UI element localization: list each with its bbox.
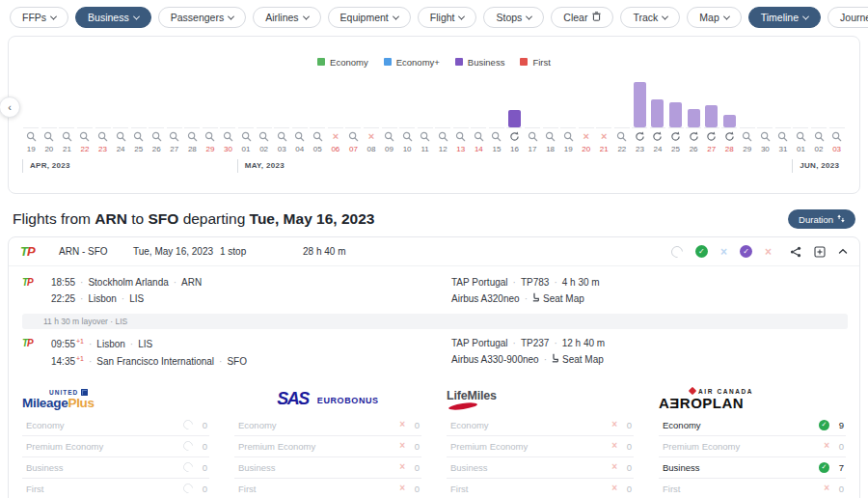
timeline-day-20[interactable]: ×20: [577, 77, 595, 153]
timeline-day-30[interactable]: 30: [219, 77, 237, 153]
search-icon[interactable]: [348, 129, 359, 143]
timeline-day-27[interactable]: 27: [702, 77, 720, 153]
search-icon[interactable]: [438, 129, 448, 143]
refresh-icon[interactable]: [706, 129, 717, 143]
no-results-icon[interactable]: ×: [368, 129, 374, 143]
filter-equipment-button[interactable]: Equipment: [328, 7, 411, 28]
search-icon[interactable]: [223, 129, 233, 143]
search-icon[interactable]: [116, 129, 126, 143]
timeline-day-07[interactable]: 07: [344, 77, 363, 153]
refresh-icon[interactable]: [670, 129, 681, 143]
search-icon[interactable]: [169, 129, 179, 143]
timeline-day-23[interactable]: 23: [94, 77, 112, 153]
award-row-business[interactable]: Business✓7: [659, 457, 846, 479]
view-track-button[interactable]: Track: [620, 7, 680, 28]
search-icon[interactable]: [97, 129, 108, 143]
timeline-day-04[interactable]: 04: [290, 77, 309, 153]
search-icon[interactable]: [420, 129, 430, 143]
award-row-economy[interactable]: Economy×0: [234, 415, 421, 436]
clear-filters-button[interactable]: Clear: [551, 7, 613, 28]
search-icon[interactable]: [616, 129, 627, 143]
timeline-day-08[interactable]: ×08: [363, 77, 381, 153]
timeline-day-03[interactable]: 03: [827, 77, 846, 153]
refresh-icon[interactable]: [724, 129, 735, 143]
refresh-icon[interactable]: [509, 129, 520, 143]
search-icon[interactable]: [258, 129, 269, 143]
search-icon[interactable]: [402, 129, 413, 143]
timeline-day-23[interactable]: 23: [631, 77, 649, 153]
timeline-day-29[interactable]: 29: [202, 77, 220, 153]
timeline-day-19[interactable]: 19: [559, 77, 578, 153]
award-row-economy[interactable]: Economy✓9: [659, 415, 846, 436]
refresh-icon[interactable]: [652, 129, 663, 143]
search-icon[interactable]: [831, 129, 842, 143]
timeline-day-13[interactable]: 13: [452, 77, 471, 153]
search-icon[interactable]: [384, 129, 394, 143]
search-icon[interactable]: [294, 129, 305, 143]
timeline-day-25[interactable]: 25: [129, 77, 148, 153]
timeline-day-10[interactable]: 10: [398, 77, 417, 153]
refresh-icon[interactable]: [689, 129, 699, 143]
timeline-day-12[interactable]: 12: [434, 77, 452, 153]
filter-stops-button[interactable]: Stops: [483, 7, 544, 28]
timeline-day-01[interactable]: 01: [237, 77, 256, 153]
timeline-day-21[interactable]: 21: [58, 77, 76, 153]
search-icon[interactable]: [545, 129, 556, 143]
award-row-first[interactable]: First0: [22, 479, 209, 498]
search-icon[interactable]: [760, 129, 771, 143]
award-row-premium-economy[interactable]: Premium Economy×0: [447, 436, 634, 457]
timeline-day-21[interactable]: ×21: [595, 77, 613, 153]
timeline-day-31[interactable]: 31: [774, 77, 793, 153]
search-icon[interactable]: [474, 129, 484, 143]
timeline-day-26[interactable]: 26: [685, 77, 703, 153]
search-icon[interactable]: [43, 129, 54, 143]
search-icon[interactable]: [62, 129, 72, 143]
timeline-day-24[interactable]: 24: [649, 77, 667, 153]
timeline-prev-button[interactable]: ‹: [0, 97, 20, 118]
timeline-day-02[interactable]: 02: [810, 77, 828, 153]
timeline-day-09[interactable]: 09: [380, 77, 398, 153]
timeline-day-02[interactable]: 02: [255, 77, 273, 153]
filter-ffps-button[interactable]: FFPs: [10, 7, 68, 28]
award-row-first[interactable]: First×0: [447, 479, 634, 498]
sort-duration-button[interactable]: Duration: [788, 209, 855, 229]
timeline-day-25[interactable]: 25: [666, 77, 685, 153]
search-icon[interactable]: [528, 129, 538, 143]
filter-flight-button[interactable]: Flight: [418, 7, 477, 28]
search-icon[interactable]: [187, 129, 198, 143]
timeline-day-15[interactable]: 15: [488, 77, 506, 153]
search-icon[interactable]: [796, 129, 806, 143]
timeline-day-24[interactable]: 24: [112, 77, 130, 153]
search-icon[interactable]: [79, 129, 90, 143]
award-row-economy[interactable]: Economy0: [22, 415, 209, 436]
search-icon[interactable]: [151, 129, 162, 143]
no-results-icon[interactable]: ×: [583, 129, 589, 143]
filter-airlines-button[interactable]: Airlines: [253, 7, 320, 28]
award-row-premium-economy[interactable]: Premium Economy×0: [234, 436, 421, 457]
expand-add-icon[interactable]: [814, 246, 826, 258]
view-journey-button[interactable]: Journey: [827, 7, 868, 28]
timeline-day-22[interactable]: 22: [613, 77, 632, 153]
timeline-day-20[interactable]: 20: [41, 77, 59, 153]
timeline-day-19[interactable]: 19: [22, 77, 41, 153]
search-icon[interactable]: [26, 129, 37, 143]
search-icon[interactable]: [777, 129, 788, 143]
award-row-premium-economy[interactable]: Premium Economy×0: [659, 436, 846, 457]
timeline-day-22[interactable]: 22: [76, 77, 95, 153]
share-icon[interactable]: [790, 246, 801, 258]
award-row-first[interactable]: First×0: [234, 479, 421, 498]
award-row-business[interactable]: Business×0: [234, 457, 421, 479]
award-row-business[interactable]: Business0: [22, 457, 209, 479]
timeline-day-28[interactable]: 28: [183, 77, 202, 153]
timeline-day-14[interactable]: 14: [470, 77, 488, 153]
filter-passengers-button[interactable]: Passengers: [158, 7, 246, 28]
award-row-premium-economy[interactable]: Premium Economy0: [22, 436, 209, 457]
search-icon[interactable]: [241, 129, 252, 143]
seat-map-link[interactable]: Seat Map: [552, 352, 604, 369]
search-icon[interactable]: [133, 129, 144, 143]
award-row-first[interactable]: First×0: [659, 479, 846, 498]
timeline-day-26[interactable]: 26: [148, 77, 166, 153]
seat-map-link[interactable]: Seat Map: [532, 291, 584, 308]
timeline-day-16[interactable]: 16: [505, 77, 524, 153]
search-icon[interactable]: [491, 129, 502, 143]
